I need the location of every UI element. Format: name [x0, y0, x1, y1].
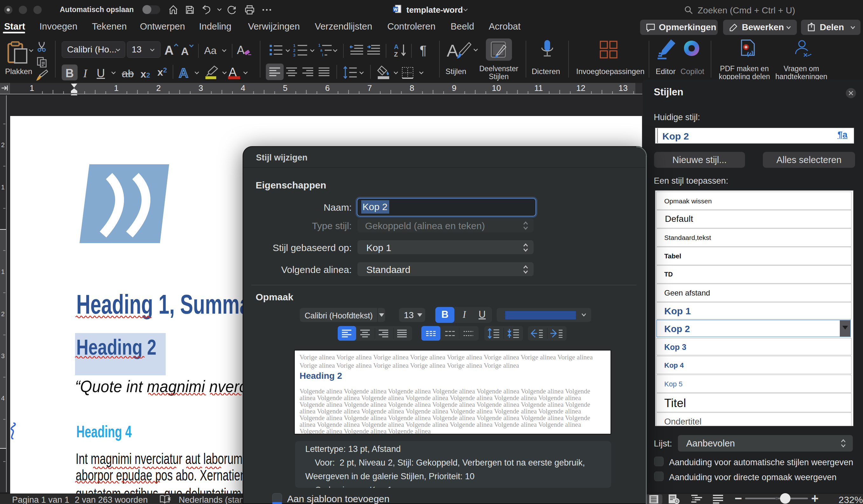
svg-text:3: 3 — [293, 53, 296, 57]
svg-text:1: 1 — [114, 83, 118, 93]
svg-text:A: A — [394, 43, 398, 50]
svg-text:5: 5 — [283, 83, 287, 93]
svg-text:2: 2 — [293, 48, 296, 53]
svg-text:2: 2 — [1, 310, 4, 318]
svg-text:4: 4 — [241, 83, 245, 93]
svg-text:3: 3 — [198, 83, 203, 93]
svg-text:1: 1 — [29, 83, 34, 93]
svg-text:A: A — [447, 41, 458, 60]
svg-text:6: 6 — [325, 83, 330, 93]
svg-text:7: 7 — [367, 83, 372, 93]
svg-text:2: 2 — [156, 83, 161, 93]
svg-text:1: 1 — [1, 184, 4, 191]
svg-text:W: W — [394, 7, 398, 12]
svg-text:9: 9 — [452, 83, 456, 93]
svg-text:i: i — [322, 53, 323, 57]
svg-text:1: 1 — [293, 43, 296, 48]
svg-text:1: 1 — [318, 43, 321, 48]
svg-text:13: 13 — [618, 83, 628, 93]
svg-text:4: 4 — [1, 395, 4, 402]
svg-text:a: a — [320, 48, 323, 52]
svg-text:8: 8 — [410, 83, 414, 93]
svg-text:3: 3 — [1, 352, 4, 359]
svg-text:2: 2 — [1, 141, 4, 148]
svg-text:10: 10 — [492, 83, 501, 93]
svg-text:1: 1 — [1, 268, 4, 275]
svg-text:12: 12 — [576, 83, 585, 93]
svg-text:11: 11 — [534, 83, 543, 93]
svg-text:Z: Z — [394, 51, 398, 57]
